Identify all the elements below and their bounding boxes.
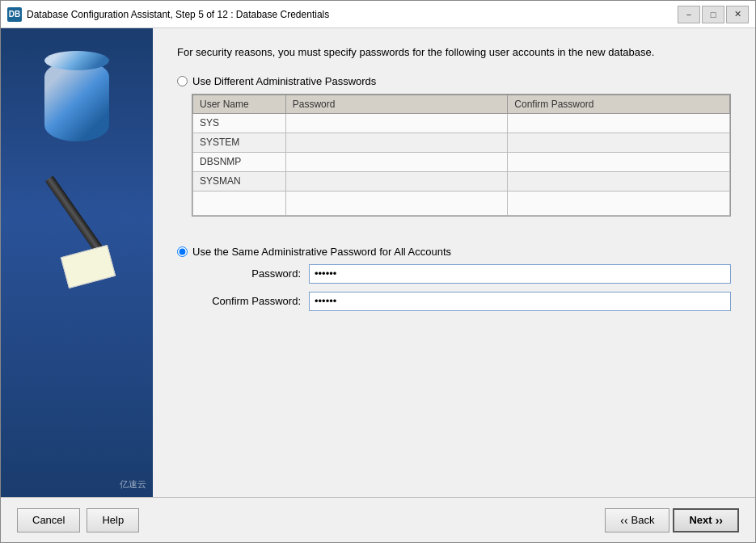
same-password-section: Use the Same Administrative Password for…: [177, 246, 731, 319]
table-row: SYS: [193, 113, 730, 133]
password-label: Password:: [192, 267, 309, 280]
input-password-dbsnmp[interactable]: [293, 156, 501, 168]
password-input[interactable]: [309, 264, 731, 284]
cell-username-dbsnmp: DBSNMP: [193, 152, 286, 171]
next-arrow-icon: ››: [716, 514, 723, 527]
input-confirm-system[interactable]: [514, 137, 723, 149]
table-row: DBSNMP: [193, 152, 730, 171]
different-passwords-radio-label[interactable]: Use Different Administrative Passwords: [177, 75, 731, 87]
input-password-system[interactable]: [293, 137, 501, 149]
input-password-sys[interactable]: [293, 117, 501, 129]
right-panel: For security reasons, you must specify p…: [153, 28, 755, 497]
cell-password-system[interactable]: [285, 133, 508, 152]
cell-username-sysman: SYSMAN: [193, 171, 286, 191]
different-passwords-radio[interactable]: [177, 76, 188, 86]
close-button[interactable]: ✕: [726, 6, 749, 23]
back-label: Back: [631, 514, 655, 526]
credentials-table-container: User Name Password Confirm Password SYS: [192, 94, 731, 217]
table-row-empty: [193, 191, 730, 215]
different-passwords-section: Use Different Administrative Passwords U…: [177, 75, 731, 231]
description-text: For security reasons, you must specify p…: [177, 44, 731, 61]
input-confirm-sysman[interactable]: [514, 175, 723, 187]
confirm-password-label: Confirm Password:: [192, 295, 309, 307]
maximize-button[interactable]: □: [702, 6, 724, 23]
cell-confirm-sys[interactable]: [508, 113, 730, 133]
app-icon: DB: [7, 7, 22, 22]
title-bar: DB Database Configuration Assistant, Ste…: [1, 1, 755, 28]
cell-username-system: SYSTEM: [193, 133, 286, 152]
credentials-table: User Name Password Confirm Password SYS: [192, 95, 730, 216]
confirm-password-row: Confirm Password:: [192, 292, 731, 311]
next-button[interactable]: Next ››: [673, 508, 739, 532]
cell-username-sys: SYS: [193, 113, 286, 133]
pen-illustration: [72, 170, 82, 267]
cell-confirm-system[interactable]: [508, 133, 730, 152]
same-password-label: Use the Same Administrative Password for…: [192, 246, 451, 258]
paper-icon: [61, 245, 116, 288]
cell-password-sys[interactable]: [285, 113, 508, 133]
content-area: 亿速云 For security reasons, you must speci…: [1, 28, 755, 497]
input-password-sysman[interactable]: [293, 175, 501, 187]
title-bar-left: DB Database Configuration Assistant, Ste…: [7, 7, 329, 22]
different-passwords-label: Use Different Administrative Passwords: [192, 75, 376, 87]
password-row: Password:: [192, 264, 731, 284]
col-username: User Name: [193, 95, 286, 113]
input-confirm-dbsnmp[interactable]: [514, 156, 723, 168]
col-confirm: Confirm Password: [508, 95, 730, 113]
cell-password-dbsnmp[interactable]: [285, 152, 508, 171]
table-header-row: User Name Password Confirm Password: [193, 95, 730, 113]
minimize-button[interactable]: −: [678, 6, 700, 23]
cell-confirm-dbsnmp[interactable]: [508, 152, 730, 171]
illustration: [44, 61, 109, 267]
window-title: Database Configuration Assistant, Step 5…: [27, 9, 329, 20]
help-button[interactable]: Help: [87, 508, 139, 532]
same-password-radio-label[interactable]: Use the Same Administrative Password for…: [177, 246, 731, 258]
cancel-button[interactable]: Cancel: [17, 508, 80, 532]
left-panel: 亿速云: [1, 28, 153, 497]
same-password-radio[interactable]: [177, 246, 188, 257]
table-row: SYSMAN: [193, 171, 730, 191]
back-button[interactable]: ‹‹ Back: [605, 508, 669, 532]
input-confirm-sys[interactable]: [514, 117, 723, 129]
table-row: SYSTEM: [193, 133, 730, 152]
col-password: Password: [285, 95, 508, 113]
bottom-bar: Cancel Help ‹‹ Back Next ››: [1, 497, 755, 542]
bottom-right-buttons: ‹‹ Back Next ››: [605, 508, 739, 532]
database-icon: [44, 61, 109, 141]
watermark: 亿速云: [120, 478, 146, 490]
cell-confirm-sysman[interactable]: [508, 171, 730, 191]
next-label: Next: [689, 514, 712, 526]
cell-password-sysman[interactable]: [285, 171, 508, 191]
main-window: DB Database Configuration Assistant, Ste…: [0, 0, 756, 543]
window-controls: − □ ✕: [678, 6, 749, 23]
back-arrow-icon: ‹‹: [620, 514, 627, 527]
confirm-password-input[interactable]: [309, 292, 731, 311]
bottom-left-buttons: Cancel Help: [17, 508, 139, 532]
